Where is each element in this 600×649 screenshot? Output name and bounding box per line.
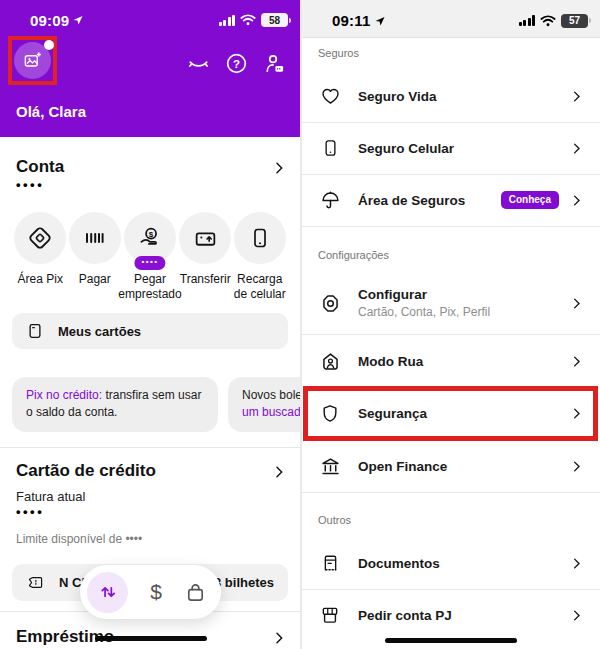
my-cards-button[interactable]: Meus cartões bbox=[12, 313, 288, 349]
shield-icon bbox=[320, 403, 340, 424]
chevron-right-icon[interactable] bbox=[271, 630, 287, 646]
row-documentos[interactable]: Documentos bbox=[302, 537, 600, 589]
section-label-configuracoes: Configurações bbox=[318, 249, 389, 261]
section-label-seguros: Seguros bbox=[318, 47, 359, 59]
barcode-icon bbox=[83, 226, 107, 250]
store-icon bbox=[320, 605, 340, 625]
chevron-right-icon bbox=[569, 141, 584, 156]
limit-label: Limite disponível de •••• bbox=[16, 532, 142, 546]
street-mode-icon bbox=[320, 351, 341, 372]
quick-actions: Área Pix Pagar $ •••• Pegar emprestado T… bbox=[0, 212, 300, 302]
notification-dot bbox=[44, 40, 54, 50]
account-title[interactable]: Conta bbox=[16, 157, 64, 177]
section-label-outros: Outros bbox=[318, 514, 351, 526]
promo-pix-credito[interactable]: Pix no crédito: transfira sem usar o sal… bbox=[12, 377, 218, 432]
promo-novos-boletos[interactable]: Novos boleto um buscador bbox=[228, 377, 300, 432]
status-bar-left: 09:09 58 bbox=[0, 0, 300, 32]
bank-icon bbox=[320, 456, 341, 477]
chevron-right-icon bbox=[569, 354, 584, 369]
divider bbox=[302, 492, 600, 493]
card-arrow-up-icon bbox=[193, 226, 218, 251]
invoice-masked-value: •••• bbox=[16, 504, 44, 519]
svg-text:$: $ bbox=[149, 230, 154, 239]
row-seguro-celular[interactable]: Seguro Celular bbox=[302, 122, 600, 174]
row-pedir-conta-pj[interactable]: Pedir conta PJ bbox=[302, 589, 600, 641]
divider bbox=[0, 447, 300, 448]
image-add-icon bbox=[23, 51, 42, 70]
umbrella-icon bbox=[320, 190, 341, 211]
svg-text:?: ? bbox=[233, 58, 240, 70]
signal-icon bbox=[219, 15, 236, 26]
home-indicator bbox=[385, 638, 517, 643]
arrows-up-down-icon bbox=[98, 582, 118, 602]
gear-icon bbox=[320, 293, 341, 314]
action-pagar[interactable]: Pagar bbox=[68, 212, 123, 302]
chevron-right-icon bbox=[569, 296, 584, 311]
clock: 09:09 bbox=[30, 12, 69, 29]
redacted-value bbox=[95, 636, 207, 641]
ticket-icon bbox=[26, 574, 45, 591]
phone-icon bbox=[248, 226, 272, 250]
signal-icon bbox=[519, 15, 536, 26]
action-recarga-celular[interactable]: Recarga de celular bbox=[233, 212, 288, 302]
avatar-highlight-box bbox=[8, 36, 57, 85]
location-arrow-icon bbox=[374, 15, 386, 27]
wifi-icon bbox=[240, 14, 256, 26]
chevron-right-icon bbox=[569, 556, 584, 571]
loan-masked-badge: •••• bbox=[134, 256, 165, 270]
invoice-label: Fatura atual bbox=[16, 489, 85, 504]
chevron-right-icon bbox=[569, 193, 584, 208]
chevron-right-icon[interactable] bbox=[271, 160, 287, 176]
settings-screen: 09:11 57 Seguros Seguro Vida Seguro Celu… bbox=[300, 0, 600, 649]
screenshot: 09:09 58 ? Olá, Clara Conta •••• bbox=[0, 0, 600, 649]
battery-icon: 58 bbox=[261, 13, 288, 27]
floating-action-pill: $ bbox=[80, 565, 221, 619]
home-screen: 09:09 58 ? Olá, Clara Conta •••• bbox=[0, 0, 300, 649]
bag-icon[interactable] bbox=[184, 581, 207, 604]
eye-closed-icon[interactable] bbox=[186, 53, 211, 75]
chevron-right-icon bbox=[569, 89, 584, 104]
chevron-right-icon bbox=[569, 608, 584, 623]
credit-card-title[interactable]: Cartão de crédito bbox=[16, 461, 156, 481]
avatar[interactable] bbox=[14, 42, 51, 79]
phone-icon bbox=[321, 138, 340, 158]
chevron-right-icon[interactable] bbox=[271, 464, 287, 480]
transactions-button[interactable] bbox=[87, 572, 128, 613]
row-area-de-seguros[interactable]: Área de Seguros Conheça bbox=[302, 174, 600, 226]
conheca-badge[interactable]: Conheça bbox=[501, 191, 559, 209]
status-bar-right: 09:11 57 bbox=[302, 0, 600, 38]
divider bbox=[302, 226, 600, 227]
row-open-finance[interactable]: Open Finance bbox=[302, 440, 600, 492]
dollar-icon[interactable]: $ bbox=[150, 580, 162, 604]
battery-icon: 57 bbox=[561, 14, 588, 28]
document-icon bbox=[321, 553, 340, 573]
action-pegar-emprestado[interactable]: $ •••• Pegar emprestado bbox=[122, 212, 178, 302]
invite-user-icon[interactable] bbox=[262, 52, 286, 75]
row-modo-rua[interactable]: Modo Rua bbox=[302, 335, 600, 387]
clock: 09:11 bbox=[332, 12, 371, 29]
heart-icon bbox=[320, 86, 341, 106]
row-seguranca[interactable]: Segurança bbox=[302, 387, 600, 439]
hand-coin-icon: $ bbox=[137, 225, 163, 251]
wifi-icon bbox=[540, 15, 556, 27]
account-masked-balance: •••• bbox=[16, 177, 44, 192]
card-icon bbox=[26, 322, 44, 340]
location-arrow-icon bbox=[72, 14, 84, 26]
pix-icon bbox=[27, 225, 53, 251]
action-area-pix[interactable]: Área Pix bbox=[13, 212, 68, 302]
chevron-right-icon bbox=[569, 406, 584, 421]
row-seguro-vida[interactable]: Seguro Vida bbox=[302, 70, 600, 122]
help-icon[interactable]: ? bbox=[225, 52, 248, 75]
configurar-subtitle: Cartão, Conta, Pix, Perfil bbox=[358, 305, 490, 319]
chevron-right-icon bbox=[569, 459, 584, 474]
action-transferir[interactable]: Transferir bbox=[178, 212, 233, 302]
row-configurar[interactable]: Configurar Cartão, Conta, Pix, Perfil bbox=[302, 274, 600, 332]
greeting: Olá, Clara bbox=[16, 103, 86, 120]
